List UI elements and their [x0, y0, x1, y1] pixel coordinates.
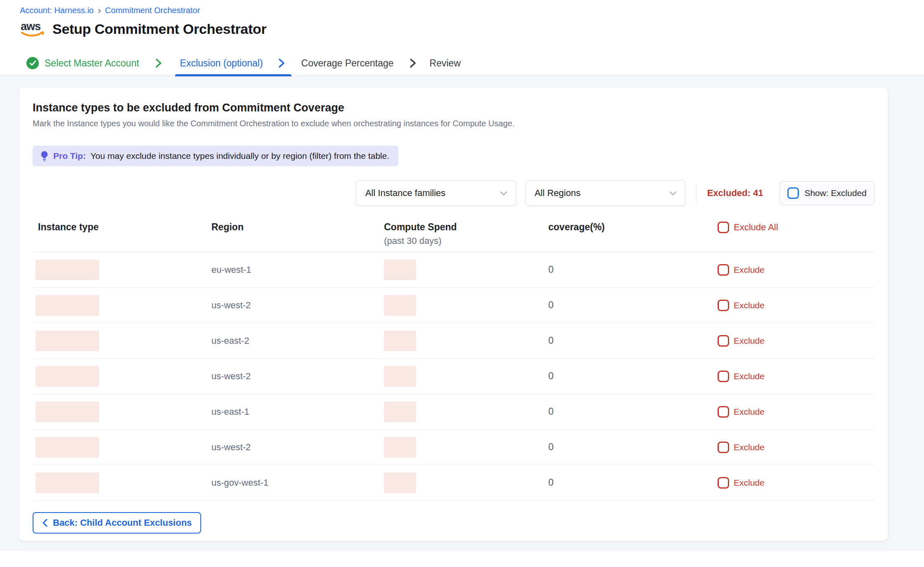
svg-text:aws: aws: [21, 20, 40, 33]
excluded-count-badge: Excluded: 41: [707, 188, 763, 198]
table-row: us-west-20Exclude: [33, 359, 874, 394]
table-row: eu-west-10Exclude: [33, 252, 874, 288]
filter-bar: All Instance families All Regions Exclud…: [33, 180, 874, 206]
exclude-all-checkbox[interactable]: [718, 222, 729, 233]
redacted-compute-spend: [384, 260, 416, 280]
redacted-instance-type: [36, 295, 99, 316]
exclude-label: Exclude: [734, 371, 765, 381]
lightbulb-icon: [40, 151, 49, 162]
show-excluded-button[interactable]: Show: Excluded: [779, 181, 874, 205]
panel-title: Instance types to be excluded from Commi…: [33, 102, 874, 114]
exclude-checkbox[interactable]: [718, 371, 729, 382]
coverage-value: 0: [548, 371, 554, 381]
region-value: eu-west-1: [211, 265, 251, 275]
step-complete-check-icon: [26, 57, 39, 69]
table-row: us-east-10Exclude: [33, 394, 874, 430]
exclude-label: Exclude: [734, 300, 765, 310]
back-button[interactable]: Back: Child Account Exclusions: [33, 512, 201, 534]
step-select-master-account[interactable]: Select Master Account: [26, 57, 163, 69]
chevron-right-icon: [277, 58, 286, 69]
exclude-label: Exclude: [734, 336, 765, 346]
exclude-checkbox[interactable]: [718, 477, 729, 489]
coverage-value: 0: [548, 264, 554, 275]
pro-tip-text: You may exclude instance types individua…: [90, 151, 389, 161]
col-header-coverage: coverage(%): [548, 222, 718, 233]
table-row: us-east-20Exclude: [33, 323, 874, 359]
redacted-compute-spend: [384, 437, 416, 458]
redacted-instance-type: [36, 402, 99, 422]
step-review[interactable]: Review: [429, 58, 460, 69]
step-coverage-percentage[interactable]: Coverage Percentage: [301, 58, 417, 69]
chevron-right-icon: [408, 58, 417, 69]
col-header-instance-type: Instance type: [33, 222, 211, 233]
exclude-label: Exclude: [734, 442, 765, 452]
regions-dropdown[interactable]: All Regions: [525, 180, 685, 206]
exclude-label: Exclude: [734, 407, 765, 417]
page-title: Setup Commitment Orchestrator: [52, 21, 266, 37]
exclude-all-label: Exclude All: [734, 222, 778, 233]
pro-tip-banner: Pro Tip: You may exclude instance types …: [33, 146, 398, 166]
chevron-down-icon: [669, 191, 677, 196]
regions-value: All Regions: [535, 188, 580, 198]
coverage-value: 0: [548, 477, 554, 488]
compute-spend-label: Compute Spend: [384, 222, 457, 232]
step-label: Select Master Account: [45, 58, 139, 69]
show-excluded-label: Show: Excluded: [804, 188, 867, 198]
redacted-compute-spend: [384, 472, 416, 493]
exclude-checkbox[interactable]: [718, 264, 729, 276]
exclude-checkbox[interactable]: [718, 335, 729, 347]
region-value: us-east-1: [211, 406, 249, 417]
coverage-value: 0: [548, 442, 554, 452]
table-row: us-west-20Exclude: [33, 430, 874, 465]
chevron-right-icon: [154, 58, 163, 69]
chevron-left-icon: [42, 518, 48, 527]
region-value: us-west-2: [211, 371, 251, 381]
table-row: us-west-20Exclude: [33, 288, 874, 323]
instance-families-value: All Instance families: [365, 188, 445, 198]
filter-divider: [696, 184, 697, 202]
aws-logo: aws: [20, 19, 46, 39]
col-header-compute-spend: Compute Spend (past 30 days): [384, 222, 548, 246]
region-value: us-west-2: [211, 300, 251, 310]
table-row: us-gov-west-10Exclude: [33, 465, 874, 501]
col-header-exclude-all: Exclude All: [718, 222, 874, 233]
region-value: us-east-2: [211, 335, 249, 346]
pro-tip-label: Pro Tip:: [53, 151, 86, 161]
exclusion-panel: Instance types to be excluded from Commi…: [19, 87, 888, 541]
breadcrumb: Account: Harness.io › Commitment Orchest…: [20, 6, 924, 15]
compute-spend-sublabel: (past 30 days): [384, 236, 548, 246]
breadcrumb-separator-icon: ›: [98, 7, 101, 15]
redacted-instance-type: [36, 260, 99, 280]
exclude-checkbox[interactable]: [718, 406, 729, 418]
coverage-value: 0: [548, 300, 554, 310]
exclude-label: Exclude: [734, 478, 765, 488]
step-exclusion-active-tab[interactable]: Exclusion (optional): [175, 58, 291, 69]
chevron-down-icon: [500, 191, 507, 196]
show-excluded-checkbox[interactable]: [787, 187, 799, 199]
table-body: eu-west-10Excludeus-west-20Excludeus-eas…: [33, 252, 874, 501]
redacted-compute-spend: [384, 402, 416, 422]
redacted-compute-spend: [384, 295, 416, 316]
exclude-label: Exclude: [734, 265, 765, 275]
back-button-label: Back: Child Account Exclusions: [53, 517, 192, 528]
content-background: Instance types to be excluded from Commi…: [0, 76, 924, 551]
redacted-instance-type: [36, 366, 99, 387]
redacted-compute-spend: [384, 331, 416, 351]
breadcrumb-account-link[interactable]: Account: Harness.io: [20, 6, 94, 15]
redacted-instance-type: [36, 437, 99, 458]
redacted-instance-type: [36, 331, 99, 351]
region-value: us-gov-west-1: [211, 477, 268, 488]
redacted-compute-spend: [384, 366, 416, 387]
region-value: us-west-2: [211, 442, 251, 452]
col-header-region: Region: [211, 222, 384, 233]
breadcrumb-page-link[interactable]: Commitment Orchestrator: [105, 6, 200, 15]
table-header-row: Instance type Region Compute Spend (past…: [33, 222, 874, 252]
step-label: Exclusion (optional): [180, 58, 263, 69]
exclude-checkbox[interactable]: [718, 442, 729, 453]
wizard-stepper: Select Master Account Exclusion (optiona…: [20, 51, 924, 75]
exclude-checkbox[interactable]: [718, 300, 729, 311]
step-label: Coverage Percentage: [301, 58, 394, 69]
instance-families-dropdown[interactable]: All Instance families: [356, 180, 516, 206]
coverage-value: 0: [548, 406, 554, 417]
panel-subtitle: Mark the Instance types you would like t…: [33, 119, 874, 128]
